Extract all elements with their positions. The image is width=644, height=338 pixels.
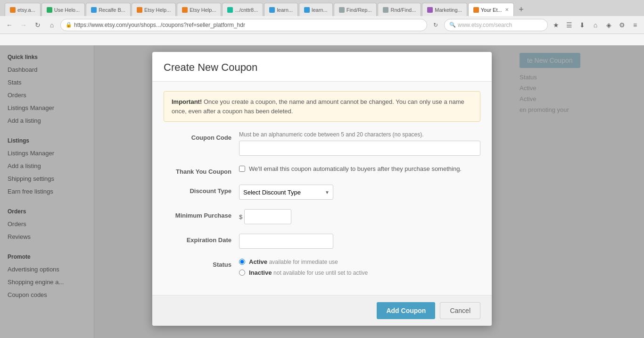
currency-symbol: $ — [239, 213, 242, 220]
alert-bold-text: Important! — [172, 98, 202, 105]
minimum-purchase-field-wrap: $ — [239, 209, 480, 224]
status-active-label: Active available for immediate use — [249, 258, 338, 265]
tab-favicon — [473, 7, 479, 13]
url-text: https://www.etsy.com/your/shops.../coupo… — [74, 22, 245, 28]
expiration-date-label: Expiration Date — [164, 234, 239, 244]
browser-tab[interactable]: learn... — [299, 3, 333, 16]
tab-favicon — [383, 7, 388, 13]
create-coupon-modal: Create New Coupon Important! Once you cr… — [152, 52, 492, 326]
thank-you-wrap: We'll email this coupon automatically to… — [239, 165, 480, 172]
browser-tab[interactable]: Recalfe B... — [86, 3, 131, 16]
discount-type-wrap: Select Discount Type Percentage off Fixe… — [239, 185, 480, 200]
status-active-radio[interactable] — [239, 259, 245, 265]
browser-tab[interactable]: Rnd/Find... — [378, 3, 421, 16]
expiration-date-row: Expiration Date — [164, 234, 480, 249]
coupon-code-wrap: Must be an alphanumeric code between 5 a… — [239, 131, 480, 156]
tab-favicon — [91, 7, 97, 13]
bookmark-icon[interactable]: ★ — [551, 20, 561, 30]
tab-label: Your Et... — [481, 7, 502, 13]
status-label: Status — [164, 258, 239, 268]
thank-you-label: Thank You Coupon — [164, 165, 239, 175]
thank-you-checkbox-label: We'll email this coupon automatically to… — [249, 165, 462, 172]
search-placeholder: www.etsy.com/search — [458, 22, 512, 28]
extension-icon[interactable]: ⚙ — [617, 20, 627, 30]
cancel-button[interactable]: Cancel — [440, 302, 480, 319]
refresh-button[interactable]: ↻ — [32, 19, 43, 31]
status-inactive-desc: not available for use until set to activ… — [273, 270, 368, 276]
status-inactive-radio[interactable] — [239, 270, 245, 276]
close-icon[interactable]: ✕ — [505, 7, 509, 12]
modal-title: Create New Coupon — [164, 61, 480, 74]
tab-label: Find/Rep... — [347, 7, 372, 13]
tab-label: .../cnttr8... — [235, 7, 258, 13]
home-nav-icon[interactable]: ⌂ — [590, 20, 601, 30]
tab-favicon — [339, 7, 345, 13]
browser-tab[interactable]: Marketing... — [422, 3, 467, 16]
browser-tab[interactable]: learn... — [264, 3, 298, 16]
tab-label: learn... — [312, 7, 328, 13]
thank-you-checkbox[interactable] — [239, 166, 245, 172]
coupon-code-hint: Must be an alphanumeric code between 5 a… — [239, 131, 480, 138]
back-button[interactable]: ← — [4, 19, 15, 31]
thank-you-checkbox-row: We'll email this coupon automatically to… — [239, 165, 480, 172]
tab-label: Etsy Help... — [190, 7, 216, 13]
forward-button[interactable]: → — [18, 19, 29, 31]
tab-label: learn... — [277, 7, 293, 13]
tab-favicon — [10, 7, 16, 13]
new-tab-button[interactable]: + — [515, 3, 528, 16]
coupon-code-label: Coupon Code — [164, 131, 239, 141]
tab-label: Recalfe B... — [99, 7, 125, 13]
tab-favicon — [304, 7, 310, 13]
status-wrap: Active available for immediate use Inact… — [239, 258, 480, 276]
status-inactive-row: Inactive not available for use until set… — [239, 269, 480, 276]
browser-tab-active[interactable]: Your Et... ✕ — [468, 3, 514, 16]
modal-body: Important! Once you create a coupon, the… — [152, 82, 492, 295]
browser-tab[interactable]: .../cnttr8... — [222, 3, 263, 16]
expiration-date-wrap — [239, 234, 480, 249]
discount-type-row: Discount Type Select Discount Type Perce… — [164, 185, 480, 200]
alert-text: Once you create a coupon, the name and a… — [172, 98, 464, 115]
status-inactive-label: Inactive not available for use until set… — [249, 269, 368, 276]
address-bar[interactable]: 🔒 https://www.etsy.com/your/shops.../cou… — [60, 19, 427, 31]
tab-label: Use Helo... — [54, 7, 80, 13]
tab-favicon — [227, 7, 233, 13]
browser-tab[interactable]: etsy.a... — [5, 3, 41, 16]
minimum-purchase-label: Minimum Purchase — [164, 209, 239, 219]
discount-type-select[interactable]: Select Discount Type Percentage off Fixe… — [239, 185, 333, 200]
modal-footer: Add Coupon Cancel — [152, 295, 492, 326]
search-bar[interactable]: 🔍 www.etsy.com/search — [444, 19, 548, 31]
pocket-icon[interactable]: ◈ — [603, 20, 614, 30]
minimum-purchase-wrap: $ — [239, 209, 480, 224]
status-row: Status Active available for immediate us… — [164, 258, 480, 276]
tab-label: Etsy Help... — [144, 7, 171, 13]
tab-label: Marketing... — [435, 7, 462, 13]
tab-favicon — [137, 7, 142, 13]
menu-icon[interactable]: ≡ — [630, 20, 640, 30]
download-icon[interactable]: ⬇ — [577, 20, 587, 30]
coupon-code-row: Coupon Code Must be an alphanumeric code… — [164, 131, 480, 156]
home-button[interactable]: ⌂ — [46, 19, 58, 31]
discount-type-select-wrap: Select Discount Type Percentage off Fixe… — [239, 185, 333, 200]
minimum-purchase-input[interactable] — [244, 209, 291, 224]
add-coupon-button[interactable]: Add Coupon — [377, 302, 435, 319]
browser-tab[interactable]: Etsy Help... — [132, 3, 176, 16]
tab-label: Rnd/Find... — [390, 7, 416, 13]
browser-tab[interactable]: Use Helo... — [41, 3, 85, 16]
discount-type-label: Discount Type — [164, 185, 239, 194]
browser-tab[interactable]: Find/Rep... — [334, 3, 377, 16]
status-active-row: Active available for immediate use — [239, 258, 480, 265]
tab-favicon — [269, 7, 275, 13]
browser-tab[interactable]: Etsy Help... — [177, 3, 221, 16]
expiration-date-input[interactable] — [239, 234, 333, 249]
reload-button[interactable]: ↻ — [430, 19, 441, 31]
modal-header: Create New Coupon — [152, 52, 492, 82]
thank-you-row: Thank You Coupon We'll email this coupon… — [164, 165, 480, 175]
tab-favicon — [47, 7, 52, 13]
tab-favicon — [182, 7, 188, 13]
status-radio-group: Active available for immediate use Inact… — [239, 258, 480, 276]
reader-view-icon[interactable]: ☰ — [564, 20, 574, 30]
tab-favicon — [427, 7, 433, 13]
alert-box: Important! Once you create a coupon, the… — [164, 91, 480, 122]
tab-label: etsy.a... — [17, 7, 35, 13]
coupon-code-input[interactable] — [239, 141, 480, 156]
